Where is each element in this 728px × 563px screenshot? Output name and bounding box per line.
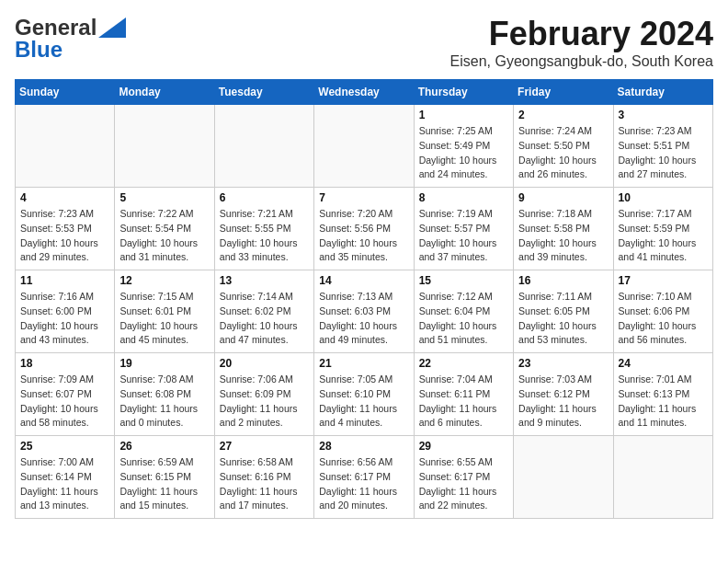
- calendar-cell: 28Sunrise: 6:56 AMSunset: 6:17 PMDayligh…: [314, 436, 414, 519]
- day-number: 25: [20, 440, 109, 453]
- day-info: Sunrise: 7:01 AMSunset: 6:13 PMDaylight:…: [619, 373, 708, 431]
- day-number: 14: [319, 274, 408, 287]
- logo-icon: [98, 17, 126, 38]
- calendar-cell: 16Sunrise: 7:11 AMSunset: 6:05 PMDayligh…: [514, 270, 613, 353]
- header: General Blue February 2024 Eisen, Gyeong…: [15, 15, 713, 70]
- day-info: Sunrise: 7:11 AMSunset: 6:05 PMDaylight:…: [518, 290, 608, 348]
- day-number: 17: [619, 274, 708, 287]
- calendar-cell: 20Sunrise: 7:06 AMSunset: 6:09 PMDayligh…: [214, 353, 313, 436]
- calendar-cell: 9Sunrise: 7:18 AMSunset: 5:58 PMDaylight…: [514, 188, 613, 270]
- day-info: Sunrise: 6:59 AMSunset: 6:15 PMDaylight:…: [119, 455, 209, 513]
- calendar-cell: [613, 436, 712, 519]
- day-info: Sunrise: 7:12 AMSunset: 6:04 PMDaylight:…: [419, 290, 508, 348]
- calendar-cell: 13Sunrise: 7:14 AMSunset: 6:02 PMDayligh…: [214, 270, 313, 353]
- week-row-3: 18Sunrise: 7:09 AMSunset: 6:07 PMDayligh…: [16, 353, 713, 436]
- calendar-cell: 4Sunrise: 7:23 AMSunset: 5:53 PMDaylight…: [16, 188, 115, 270]
- day-info: Sunrise: 7:09 AMSunset: 6:07 PMDaylight:…: [20, 373, 109, 431]
- calendar-cell: 6Sunrise: 7:21 AMSunset: 5:55 PMDaylight…: [214, 188, 313, 270]
- weekday-sunday: Sunday: [16, 80, 115, 105]
- day-info: Sunrise: 7:13 AMSunset: 6:03 PMDaylight:…: [319, 290, 408, 348]
- day-info: Sunrise: 7:23 AMSunset: 5:53 PMDaylight:…: [20, 207, 109, 265]
- day-number: 26: [119, 440, 209, 453]
- calendar-cell: 7Sunrise: 7:20 AMSunset: 5:56 PMDaylight…: [314, 188, 414, 270]
- day-info: Sunrise: 7:06 AMSunset: 6:09 PMDaylight:…: [220, 373, 309, 431]
- day-number: 23: [518, 357, 608, 370]
- calendar-cell: 18Sunrise: 7:09 AMSunset: 6:07 PMDayligh…: [16, 353, 115, 436]
- day-number: 10: [619, 191, 708, 204]
- calendar-cell: 3Sunrise: 7:23 AMSunset: 5:51 PMDaylight…: [613, 105, 712, 188]
- day-info: Sunrise: 7:10 AMSunset: 6:06 PMDaylight:…: [619, 290, 708, 348]
- day-info: Sunrise: 6:58 AMSunset: 6:16 PMDaylight:…: [220, 455, 309, 513]
- calendar-cell: 1Sunrise: 7:25 AMSunset: 5:49 PMDaylight…: [414, 105, 513, 188]
- week-row-1: 4Sunrise: 7:23 AMSunset: 5:53 PMDaylight…: [16, 188, 713, 270]
- day-number: 24: [619, 357, 708, 370]
- day-number: 2: [518, 109, 608, 121]
- day-number: 19: [119, 357, 209, 370]
- day-number: 12: [119, 274, 209, 287]
- calendar-cell: 23Sunrise: 7:03 AMSunset: 6:12 PMDayligh…: [514, 353, 613, 436]
- day-number: 5: [119, 191, 209, 204]
- calendar-cell: [115, 105, 214, 188]
- weekday-tuesday: Tuesday: [214, 80, 313, 105]
- calendar-cell: 14Sunrise: 7:13 AMSunset: 6:03 PMDayligh…: [314, 270, 414, 353]
- calendar-cell: 2Sunrise: 7:24 AMSunset: 5:50 PMDaylight…: [514, 105, 613, 188]
- svg-marker-0: [98, 17, 126, 38]
- day-number: 13: [220, 274, 309, 287]
- location-title: Eisen, Gyeongsangbuk-do, South Korea: [450, 53, 713, 70]
- day-info: Sunrise: 7:03 AMSunset: 6:12 PMDaylight:…: [518, 373, 608, 431]
- calendar-cell: 19Sunrise: 7:08 AMSunset: 6:08 PMDayligh…: [115, 353, 214, 436]
- day-info: Sunrise: 7:22 AMSunset: 5:54 PMDaylight:…: [119, 207, 209, 265]
- day-number: 27: [220, 440, 309, 453]
- day-number: 9: [518, 191, 608, 204]
- calendar-cell: 8Sunrise: 7:19 AMSunset: 5:57 PMDaylight…: [414, 188, 513, 270]
- day-number: 6: [220, 191, 309, 204]
- calendar-cell: 12Sunrise: 7:15 AMSunset: 6:01 PMDayligh…: [115, 270, 214, 353]
- calendar-cell: 11Sunrise: 7:16 AMSunset: 6:00 PMDayligh…: [16, 270, 115, 353]
- day-number: 7: [319, 191, 408, 204]
- title-area: February 2024 Eisen, Gyeongsangbuk-do, S…: [450, 15, 713, 70]
- month-title: February 2024: [450, 15, 713, 53]
- calendar-cell: 22Sunrise: 7:04 AMSunset: 6:11 PMDayligh…: [414, 353, 513, 436]
- logo: General Blue: [15, 15, 126, 63]
- calendar-cell: 27Sunrise: 6:58 AMSunset: 6:16 PMDayligh…: [214, 436, 313, 519]
- day-info: Sunrise: 7:19 AMSunset: 5:57 PMDaylight:…: [419, 207, 508, 265]
- calendar-cell: 26Sunrise: 6:59 AMSunset: 6:15 PMDayligh…: [115, 436, 214, 519]
- calendar-cell: 5Sunrise: 7:22 AMSunset: 5:54 PMDaylight…: [115, 188, 214, 270]
- day-info: Sunrise: 7:21 AMSunset: 5:55 PMDaylight:…: [220, 207, 309, 265]
- day-number: 8: [419, 191, 508, 204]
- calendar-cell: [16, 105, 115, 188]
- calendar-cell: 21Sunrise: 7:05 AMSunset: 6:10 PMDayligh…: [314, 353, 414, 436]
- day-info: Sunrise: 7:04 AMSunset: 6:11 PMDaylight:…: [419, 373, 508, 431]
- day-info: Sunrise: 6:55 AMSunset: 6:17 PMDaylight:…: [419, 455, 508, 513]
- calendar-cell: 10Sunrise: 7:17 AMSunset: 5:59 PMDayligh…: [613, 188, 712, 270]
- day-number: 18: [20, 357, 109, 370]
- day-number: 16: [518, 274, 608, 287]
- calendar-cell: [514, 436, 613, 519]
- day-info: Sunrise: 7:14 AMSunset: 6:02 PMDaylight:…: [220, 290, 309, 348]
- day-info: Sunrise: 7:23 AMSunset: 5:51 PMDaylight:…: [619, 124, 708, 182]
- day-info: Sunrise: 7:18 AMSunset: 5:58 PMDaylight:…: [518, 207, 608, 265]
- day-info: Sunrise: 7:16 AMSunset: 6:00 PMDaylight:…: [20, 290, 109, 348]
- day-number: 22: [419, 357, 508, 370]
- weekday-wednesday: Wednesday: [314, 80, 414, 105]
- day-number: 11: [20, 274, 109, 287]
- calendar-cell: [214, 105, 313, 188]
- calendar-cell: 15Sunrise: 7:12 AMSunset: 6:04 PMDayligh…: [414, 270, 513, 353]
- day-info: Sunrise: 7:08 AMSunset: 6:08 PMDaylight:…: [119, 373, 209, 431]
- calendar-cell: [314, 105, 414, 188]
- day-number: 1: [419, 109, 508, 121]
- day-number: 20: [220, 357, 309, 370]
- logo-blue: Blue: [15, 37, 63, 63]
- calendar-cell: 24Sunrise: 7:01 AMSunset: 6:13 PMDayligh…: [613, 353, 712, 436]
- day-info: Sunrise: 7:00 AMSunset: 6:14 PMDaylight:…: [20, 455, 109, 513]
- weekday-header: SundayMondayTuesdayWednesdayThursdayFrid…: [16, 80, 713, 105]
- weekday-friday: Friday: [514, 80, 613, 105]
- day-info: Sunrise: 7:05 AMSunset: 6:10 PMDaylight:…: [319, 373, 408, 431]
- day-info: Sunrise: 7:24 AMSunset: 5:50 PMDaylight:…: [518, 124, 608, 182]
- day-info: Sunrise: 6:56 AMSunset: 6:17 PMDaylight:…: [319, 455, 408, 513]
- calendar-cell: 17Sunrise: 7:10 AMSunset: 6:06 PMDayligh…: [613, 270, 712, 353]
- day-number: 4: [20, 191, 109, 204]
- day-number: 29: [419, 440, 508, 453]
- day-number: 3: [619, 109, 708, 121]
- day-number: 28: [319, 440, 408, 453]
